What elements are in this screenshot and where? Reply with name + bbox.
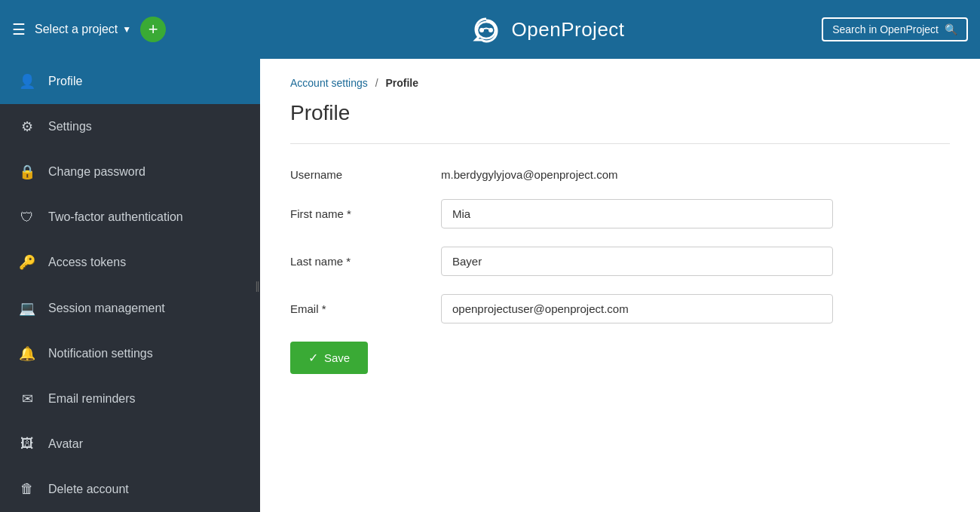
bell-icon: 🔔: [18, 345, 36, 362]
sidebar-resize-handle[interactable]: ∥: [254, 271, 260, 301]
sidebar-item-session-management[interactable]: 💻 Session management: [0, 285, 260, 330]
sidebar-item-delete-account[interactable]: 🗑 Delete account: [0, 467, 260, 512]
openproject-logo-icon: [470, 16, 503, 43]
breadcrumb: Account settings / Profile: [290, 77, 950, 89]
add-project-button[interactable]: +: [140, 17, 166, 42]
sidebar-item-avatar[interactable]: 🖼 Avatar: [0, 422, 260, 467]
topbar-center: OpenProject: [272, 16, 822, 43]
key-icon: 🔑: [18, 254, 36, 271]
sidebar-item-notification-settings[interactable]: 🔔 Notification settings: [0, 331, 260, 376]
envelope-icon: ✉: [18, 391, 36, 407]
firstname-row: First name *: [290, 199, 893, 228]
trash-icon: 🗑: [18, 481, 36, 497]
search-box[interactable]: Search in OpenProject 🔍: [822, 17, 968, 41]
main-layout: 👤 Profile ⚙ Settings 🔒 Change password 🛡…: [0, 59, 980, 512]
sidebar-item-two-factor[interactable]: 🛡 Two-factor authentication: [0, 195, 260, 240]
image-icon: 🖼: [18, 436, 36, 452]
hamburger-icon[interactable]: ☰: [12, 22, 26, 37]
save-label: Save: [324, 351, 350, 364]
sidebar-item-access-tokens[interactable]: 🔑 Access tokens: [0, 240, 260, 285]
username-row: Username m.berdygylyjova@openproject.com: [290, 168, 893, 181]
email-label: Email *: [290, 302, 441, 315]
sidebar-item-change-password[interactable]: 🔒 Change password: [0, 149, 260, 195]
save-button[interactable]: ✓ Save: [290, 342, 368, 374]
email-row: Email *: [290, 294, 893, 323]
content-area: Account settings / Profile Profile Usern…: [260, 59, 980, 512]
lastname-row: Last name *: [290, 247, 893, 276]
lock-icon: 🔒: [18, 164, 36, 180]
search-placeholder: Search in OpenProject: [832, 23, 939, 35]
username-label: Username: [290, 168, 441, 181]
firstname-input[interactable]: [441, 199, 833, 228]
search-icon: 🔍: [945, 23, 957, 35]
person-icon: 👤: [18, 73, 36, 90]
gear-icon: ⚙: [18, 118, 36, 135]
section-divider: [290, 143, 950, 144]
select-project-button[interactable]: Select a project ▼: [35, 23, 131, 36]
email-input[interactable]: [441, 294, 833, 323]
chevron-down-icon: ▼: [122, 24, 131, 35]
breadcrumb-current: Profile: [385, 77, 418, 89]
select-project-label: Select a project: [35, 23, 118, 36]
logo-text: OpenProject: [512, 18, 625, 41]
firstname-label: First name *: [290, 207, 441, 220]
page-title: Profile: [290, 101, 950, 125]
topbar-right: Search in OpenProject 🔍: [822, 17, 968, 41]
lastname-label: Last name *: [290, 255, 441, 268]
checkmark-icon: ✓: [308, 351, 318, 365]
topbar-left: ☰ Select a project ▼ +: [12, 17, 272, 42]
shield-icon: 🛡: [18, 210, 36, 225]
sidebar-item-settings[interactable]: ⚙ Settings: [0, 104, 260, 149]
breadcrumb-separator: /: [375, 77, 378, 89]
topbar: ☰ Select a project ▼ + OpenProject Searc…: [0, 0, 980, 59]
monitor-icon: 💻: [18, 300, 36, 317]
username-value: m.berdygylyjova@openproject.com: [441, 168, 618, 181]
breadcrumb-parent[interactable]: Account settings: [290, 77, 368, 89]
sidebar-item-profile[interactable]: 👤 Profile: [0, 59, 260, 104]
lastname-input[interactable]: [441, 247, 833, 276]
sidebar: 👤 Profile ⚙ Settings 🔒 Change password 🛡…: [0, 59, 260, 512]
profile-form: Username m.berdygylyjova@openproject.com…: [290, 168, 893, 374]
sidebar-item-email-reminders[interactable]: ✉ Email reminders: [0, 376, 260, 422]
